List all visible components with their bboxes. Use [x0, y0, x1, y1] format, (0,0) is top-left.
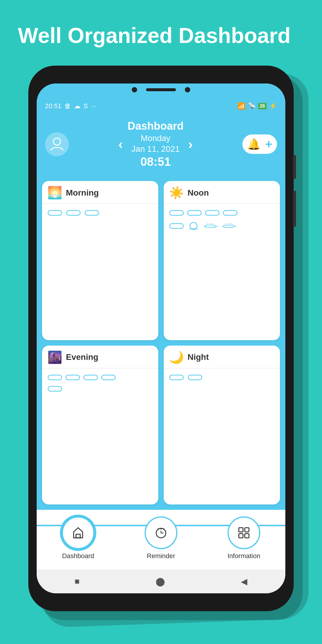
noon-pill-2 — [187, 209, 202, 216]
noon-syringe-2 — [222, 223, 237, 229]
next-date-button[interactable]: › — [188, 137, 193, 152]
svg-rect-38 — [239, 534, 243, 538]
status-right: 📶 📡 26 ⚡ — [237, 102, 277, 110]
noon-header: ☀️ Noon — [164, 181, 280, 204]
svg-rect-26 — [48, 386, 62, 391]
morning-label: Morning — [66, 188, 99, 198]
noon-pills — [164, 204, 280, 246]
evening-icon: 🌆 — [47, 350, 62, 364]
user-avatar[interactable] — [45, 132, 69, 156]
svg-rect-7 — [223, 210, 237, 215]
svg-rect-24 — [84, 375, 97, 380]
noon-pill-5 — [169, 222, 184, 230]
reminder-nav-label: Reminder — [147, 552, 175, 560]
svg-rect-16 — [224, 225, 233, 227]
evening-card[interactable]: 🌆 Evening — [42, 346, 158, 505]
notch-area — [37, 83, 285, 98]
status-left: 20:51 🗑 ☁ S ··· — [45, 102, 96, 110]
header-day: Monday — [128, 134, 184, 143]
android-home-button[interactable]: ⬤ — [156, 577, 165, 586]
information-nav-circle[interactable] — [227, 516, 260, 549]
phone-shell: 20:51 🗑 ☁ S ··· 📶 📡 26 ⚡ — [28, 66, 294, 611]
svg-rect-3 — [85, 210, 99, 215]
night-label: Night — [188, 352, 209, 362]
evening-label: Evening — [66, 352, 98, 362]
noon-card[interactable]: ☀️ Noon — [164, 181, 280, 340]
trash-icon: 🗑 — [64, 102, 71, 110]
morning-pills — [42, 204, 158, 246]
noon-pill-4 — [223, 209, 238, 216]
add-medication-button[interactable]: + — [265, 137, 272, 151]
android-nav-bar: ■ ⬤ ◀ — [37, 569, 285, 593]
svg-rect-8 — [170, 224, 183, 228]
dashboard-title: Dashboard — [128, 120, 184, 132]
evening-pill-4 — [101, 374, 116, 381]
noon-coin-icon — [187, 221, 200, 231]
information-nav-label: Information — [227, 552, 260, 560]
svg-rect-29 — [76, 534, 80, 538]
signal-icon: 📶 — [237, 102, 245, 110]
phone-volume-button — [293, 191, 296, 227]
notification-bell-button[interactable]: 🔔 — [247, 138, 261, 151]
svg-rect-6 — [205, 210, 219, 215]
reminder-nav-circle[interactable] — [145, 516, 177, 549]
page-title: Well Organized Dashboard — [0, 0, 322, 59]
more-icon: ··· — [91, 102, 96, 110]
android-back-button[interactable]: ◀ — [241, 577, 247, 586]
dashboard-nav-label: Dashboard — [62, 552, 94, 560]
svg-rect-10 — [205, 225, 215, 227]
svg-rect-1 — [48, 210, 62, 215]
nav-dashboard[interactable]: Dashboard — [62, 516, 95, 560]
battery-indicator: 26 — [258, 103, 267, 109]
svg-rect-37 — [245, 528, 249, 532]
noon-syringe-1 — [203, 223, 219, 229]
prev-date-button[interactable]: ‹ — [118, 137, 123, 152]
svg-rect-36 — [239, 528, 243, 532]
speaker-bar — [146, 88, 176, 91]
cloud-icon: ☁ — [74, 102, 80, 110]
phone-screen: 20:51 🗑 ☁ S ··· 📶 📡 26 ⚡ — [37, 83, 285, 593]
night-pill-1 — [169, 374, 184, 381]
dashboard-nav-circle[interactable] — [62, 516, 95, 549]
status-bar: 20:51 🗑 ☁ S ··· 📶 📡 26 ⚡ — [37, 98, 285, 114]
night-header: 🌙 Night — [164, 346, 280, 369]
header-date: Jan 11, 2021 — [128, 144, 184, 154]
nav-reminder[interactable]: Reminder — [145, 516, 177, 560]
medication-grid: 🌅 Morning ☀️ Noon — [37, 176, 285, 510]
svg-rect-23 — [66, 375, 80, 380]
morning-card[interactable]: 🌅 Morning — [42, 181, 158, 340]
noon-pill-1 — [169, 209, 184, 216]
charging-icon: ⚡ — [269, 102, 277, 110]
camera-dot — [132, 87, 137, 92]
android-recent-button[interactable]: ■ — [75, 577, 80, 586]
night-pill-2 — [188, 374, 202, 381]
noon-label: Noon — [188, 188, 209, 198]
evening-header: 🌆 Evening — [42, 346, 158, 369]
evening-pill-5 — [47, 385, 62, 392]
noon-icon: ☀️ — [169, 186, 184, 200]
night-icon: 🌙 — [169, 350, 184, 364]
front-sensor — [185, 87, 190, 92]
morning-icon: 🌅 — [47, 186, 62, 200]
evening-pills — [42, 369, 158, 410]
svg-rect-27 — [170, 375, 183, 380]
evening-pill-1 — [47, 374, 62, 381]
bottom-navigation: Dashboard Reminder — [37, 510, 285, 569]
app-header: ‹ Dashboard Monday Jan 11, 2021 08:51 › … — [37, 114, 285, 176]
svg-point-0 — [53, 138, 61, 145]
evening-pill-3 — [83, 374, 98, 381]
svg-rect-4 — [170, 210, 183, 215]
wifi-icon: 📡 — [248, 102, 256, 110]
svg-rect-28 — [188, 375, 202, 380]
header-time: 08:51 — [128, 155, 184, 168]
morning-pill-3 — [84, 209, 99, 216]
header-center: Dashboard Monday Jan 11, 2021 08:51 — [128, 120, 184, 168]
night-card[interactable]: 🌙 Night — [164, 346, 280, 505]
header-action-buttons: 🔔 + — [242, 134, 277, 154]
status-time: 20:51 — [45, 102, 61, 110]
noon-pill-3 — [205, 209, 220, 216]
svg-rect-5 — [188, 210, 201, 215]
evening-pill-2 — [65, 374, 80, 381]
svg-rect-25 — [102, 375, 115, 380]
nav-information[interactable]: Information — [227, 516, 260, 560]
